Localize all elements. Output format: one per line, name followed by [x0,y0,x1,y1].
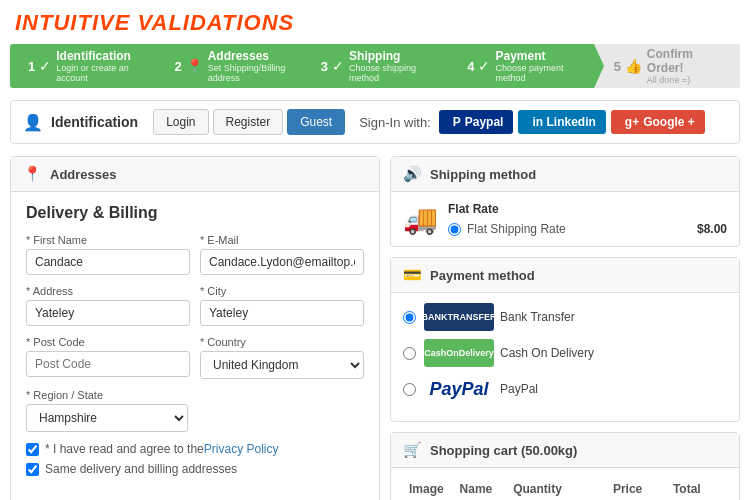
step-confirm[interactable]: 5 👍 Confirm Order! All done =) [594,44,740,88]
shipping-icon: 🔊 [403,165,422,183]
step-2-icon: 📍 [186,58,203,74]
step-4-name: Payment [495,49,583,63]
paypal-label: Paypal [465,115,504,129]
shipping-option: 🚚 Flat Rate Flat Shipping Rate $8.00 [403,202,727,236]
region-group: * Region / State Hampshire Surrey Kent [26,389,364,432]
postcode-group: * Post Code [26,336,190,379]
name-email-row: * First Name * E-Mail [26,234,364,275]
city-group: * City [200,285,364,326]
cart-table: Image Name Quantity Price Total 📱 [403,478,727,500]
cod-logo: Cash On Delivery [424,339,494,367]
postcode-label: * Post Code [26,336,190,348]
step-3-num: 3 [321,59,328,74]
google-signin-button[interactable]: g+ Google + [611,110,705,134]
privacy-checkbox-row: * I have read and agree to the Privacy P… [26,442,364,456]
region-label: * Region / State [26,389,364,401]
linkedin-signin-button[interactable]: in Linkedin [518,110,605,134]
address-group: * Address [26,285,190,326]
bank-transfer-option: BANK TRANSFER Bank Transfer [403,303,727,331]
payment-content: BANK TRANSFER Bank Transfer Cash On Deli… [391,293,739,421]
step-4-desc: Choose payment method [495,63,583,83]
email-input[interactable] [200,249,364,275]
paypal-icon: P [453,115,461,129]
payment-header: 💳 Payment method [391,258,739,293]
bank-transfer-logo: BANK TRANSFER [424,303,494,331]
country-select[interactable]: United Kingdom United States France Germ… [200,351,364,379]
step-3-desc: Choose shipping method [349,63,437,83]
addresses-header-label: Addresses [50,167,116,182]
cart-section: 🛒 Shopping cart (50.00kg) Image Name Qua… [390,432,740,500]
shipping-header: 🔊 Shipping method [391,157,739,192]
region-select[interactable]: Hampshire Surrey Kent [26,404,188,432]
paypal-payment-logo: PayPal [424,375,494,403]
paypal-radio[interactable] [403,383,416,396]
payment-section: 💳 Payment method BANK TRANSFER Bank Tran… [390,257,740,422]
step-4-icon: ✓ [478,58,490,74]
step-5-icon: 👍 [625,58,642,74]
cart-icon: 🛒 [403,441,422,459]
step-identification[interactable]: 1 ✓ Identification Login or create an ac… [10,44,154,88]
paypal-label: PayPal [500,382,538,396]
step-3-name: Shipping [349,49,437,63]
col-total: Total [667,478,727,500]
shipping-rate-radio[interactable] [448,223,461,236]
col-price: Price [607,478,667,500]
step-2-desc: Set Shipping/Billing address [208,63,291,83]
cod-radio[interactable] [403,347,416,360]
addresses-panel: 📍 Addresses Delivery & Billing * First N… [10,156,380,500]
card-icon: 💳 [403,266,422,284]
location-icon: 📍 [23,165,42,183]
email-label: * E-Mail [200,234,364,246]
privacy-checkbox[interactable] [26,443,39,456]
bank-transfer-label: Bank Transfer [500,310,575,324]
step-payment[interactable]: 4 ✓ Payment Choose payment method [447,44,593,88]
privacy-text: * I have read and agree to the [45,442,204,456]
google-icon: g+ [625,115,639,129]
same-address-checkbox[interactable] [26,463,39,476]
google-label: Google + [643,115,695,129]
address-input[interactable] [26,300,190,326]
shipping-content: 🚚 Flat Rate Flat Shipping Rate $8.00 [391,192,739,246]
postcode-input[interactable] [26,351,190,377]
shipping-section: 🔊 Shipping method 🚚 Flat Rate Flat Shipp… [390,156,740,247]
bank-transfer-radio[interactable] [403,311,416,324]
first-name-label: * First Name [26,234,190,246]
privacy-policy-link[interactable]: Privacy Policy [204,442,279,456]
city-input[interactable] [200,300,364,326]
postcode-country-row: * Post Code * Country United Kingdom Uni… [26,336,364,379]
paypal-option: PayPal PayPal [403,375,727,403]
signin-label: Sign-In with: [359,115,431,130]
step-4-num: 4 [467,59,474,74]
step-5-name: Confirm Order! [647,47,730,75]
same-address-checkbox-row: Same delivery and billing addresses [26,462,364,476]
main-content: 📍 Addresses Delivery & Billing * First N… [0,156,750,500]
step-shipping[interactable]: 3 ✓ Shipping Choose shipping method [301,44,447,88]
progress-bar: 1 ✓ Identification Login or create an ac… [10,44,740,88]
email-group: * E-Mail [200,234,364,275]
cod-label: Cash On Delivery [500,346,594,360]
auth-label: Identification [51,114,138,130]
address-city-row: * Address * City [26,285,364,326]
shipping-name: Flat Rate [448,202,727,216]
login-button[interactable]: Login [153,109,208,135]
step-5-num: 5 [614,59,621,74]
user-icon: 👤 [23,113,43,132]
address-label: * Address [26,285,190,297]
step-addresses[interactable]: 2 📍 Addresses Set Shipping/Billing addre… [154,44,300,88]
cart-content: Image Name Quantity Price Total 📱 [391,468,739,500]
cod-option: Cash On Delivery Cash On Delivery [403,339,727,367]
first-name-input[interactable] [26,249,190,275]
step-3-icon: ✓ [332,58,344,74]
delivery-billing-form: Delivery & Billing * First Name * E-Mail… [11,192,379,494]
same-address-label: Same delivery and billing addresses [45,462,237,476]
guest-button[interactable]: Guest [287,109,345,135]
shipping-info: Flat Rate Flat Shipping Rate $8.00 [448,202,727,236]
shipping-rate-label: Flat Shipping Rate [467,222,697,236]
register-button[interactable]: Register [213,109,284,135]
country-group: * Country United Kingdom United States F… [200,336,364,379]
truck-icon: 🚚 [403,203,438,236]
col-name: Name [454,478,508,500]
auth-bar: 👤 Identification Login Register Guest Si… [10,100,740,144]
paypal-signin-button[interactable]: P Paypal [439,110,514,134]
step-5-desc: All done =) [647,75,730,85]
